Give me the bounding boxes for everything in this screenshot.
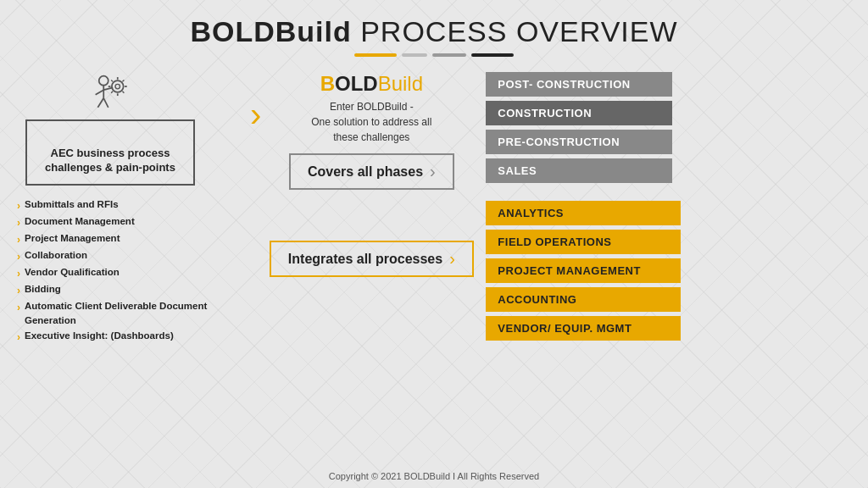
title-bold: BOLDBuild bbox=[190, 15, 351, 47]
worker-icon bbox=[87, 72, 134, 116]
footer: Copyright © 2021 BOLDBuild I All Rights … bbox=[0, 471, 868, 481]
phases-section: POST- CONSTRUCTION CONSTRUCTION PRE-CONS… bbox=[486, 72, 843, 187]
svg-line-13 bbox=[122, 92, 124, 93]
title-rest: PROCESS OVERVIEW bbox=[352, 15, 678, 47]
list-item-text: Document Management bbox=[25, 214, 135, 229]
right-column: POST- CONSTRUCTION CONSTRUCTION PRE-CONS… bbox=[477, 72, 843, 345]
list-item: ›Document Management bbox=[17, 214, 246, 230]
left-to-middle-arrow: › bbox=[246, 72, 265, 131]
header: BOLDBuild PROCESS OVERVIEW bbox=[0, 0, 868, 64]
list-item-text: Vendor Qualification bbox=[25, 265, 120, 280]
list-item-text: Submittals and RFIs bbox=[25, 197, 119, 212]
aec-box-text: AEC business process challenges & pain-p… bbox=[39, 147, 181, 175]
svg-line-14 bbox=[111, 92, 113, 93]
list-item-text: Executive Insight: (Dashboards) bbox=[25, 329, 174, 343]
aec-box: AEC business process challenges & pain-p… bbox=[25, 119, 195, 186]
integrates-label: Integrates all processes bbox=[288, 252, 442, 267]
svg-line-5 bbox=[103, 98, 108, 108]
modules-section: ANALYTICS FIELD OPERATIONS PROJECT MANAG… bbox=[486, 201, 843, 345]
svg-line-4 bbox=[97, 98, 103, 108]
svg-point-7 bbox=[115, 84, 120, 89]
svg-point-6 bbox=[111, 80, 123, 92]
list-item-text: Bidding bbox=[25, 282, 61, 297]
list-item-text: Project Management bbox=[25, 231, 120, 246]
worker-icon-container bbox=[25, 72, 195, 116]
copyright-text: Copyright © 2021 BOLDBuild I All Rights … bbox=[329, 471, 539, 481]
boldbuild-logo: BOLDBuild bbox=[320, 72, 423, 96]
chevron-icon: › bbox=[17, 198, 20, 214]
list-item: ›Collaboration bbox=[17, 248, 246, 264]
list-item-text: Automatic Client Deliverable Document Ge… bbox=[25, 299, 246, 329]
chevron-icon: › bbox=[17, 266, 20, 281]
chevron-icon: › bbox=[17, 232, 20, 247]
list-item: ›Automatic Client Deliverable Document G… bbox=[17, 299, 246, 329]
arrow-icon: › bbox=[250, 97, 261, 131]
covers-arrow-icon: › bbox=[430, 162, 436, 181]
chevron-icon: › bbox=[17, 249, 20, 264]
divider-2 bbox=[402, 53, 427, 57]
svg-line-2 bbox=[95, 90, 103, 95]
main-content: AEC business process challenges & pain-p… bbox=[0, 64, 868, 346]
covers-label: Covers all phases bbox=[308, 164, 423, 180]
list-item: ›Submittals and RFIs bbox=[17, 197, 246, 214]
left-column: AEC business process challenges & pain-p… bbox=[17, 72, 246, 346]
module-project-management: PROJECT MANAGEMENT bbox=[486, 258, 681, 283]
phase-sales: SALES bbox=[486, 158, 672, 183]
challenges-list: ›Submittals and RFIs ›Document Managemen… bbox=[17, 197, 246, 346]
module-analytics: ANALYTICS bbox=[486, 201, 681, 225]
slide: BOLDBuild PROCESS OVERVIEW bbox=[0, 0, 868, 488]
page-title: BOLDBuild PROCESS OVERVIEW bbox=[0, 15, 868, 48]
list-item: ›Executive Insight: (Dashboards) bbox=[17, 329, 246, 345]
list-item: ›Vendor Qualification bbox=[17, 265, 246, 281]
svg-line-15 bbox=[122, 80, 124, 81]
list-item: ›Project Management bbox=[17, 231, 246, 247]
module-vendor-equip-mgmt: VENDOR/ EQUIP. MGMT bbox=[486, 316, 681, 341]
module-accounting: ACCOUNTING bbox=[486, 287, 681, 312]
integrates-arrow-icon: › bbox=[449, 249, 455, 269]
chevron-icon: › bbox=[17, 330, 20, 345]
logo-build-text: Build bbox=[378, 72, 423, 95]
middle-column: BOLDBuild Enter BOLDBuild -One solution … bbox=[265, 72, 477, 277]
chevron-icon: › bbox=[17, 283, 20, 298]
enter-boldbuild-text: Enter BOLDBuild -One solution to address… bbox=[311, 99, 431, 145]
covers-box: Covers all phases › bbox=[289, 153, 454, 190]
header-dividers bbox=[0, 53, 868, 57]
logo-bold-text: BOLD bbox=[320, 72, 378, 95]
list-item: ›Bidding bbox=[17, 282, 246, 298]
list-item-text: Collaboration bbox=[25, 248, 87, 263]
phase-pre-construction: PRE-CONSTRUCTION bbox=[486, 130, 672, 154]
integrates-box: Integrates all processes › bbox=[270, 241, 474, 277]
phase-post-construction: POST- CONSTRUCTION bbox=[486, 72, 672, 97]
svg-line-12 bbox=[111, 80, 113, 81]
chevron-icon: › bbox=[17, 215, 20, 230]
phase-construction: CONSTRUCTION bbox=[486, 101, 672, 125]
chevron-icon: › bbox=[17, 300, 20, 315]
logo-b: B bbox=[320, 72, 335, 95]
divider-3 bbox=[432, 53, 466, 57]
divider-1 bbox=[354, 53, 397, 57]
divider-4 bbox=[471, 53, 514, 57]
svg-point-0 bbox=[98, 76, 108, 86]
module-field-operations: FIELD OPERATIONS bbox=[486, 230, 681, 254]
